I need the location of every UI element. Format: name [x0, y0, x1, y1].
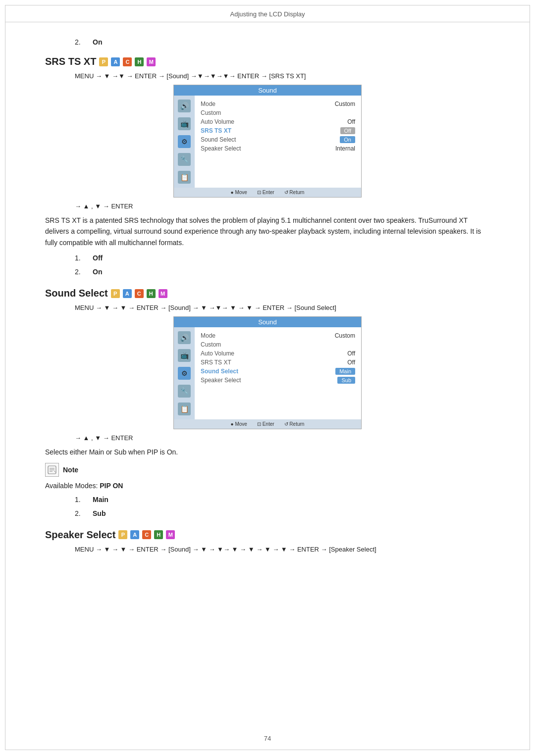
osd1-sidebar: 🔊 📺 ⚙ 🔧 📋 [174, 96, 195, 188]
osd2-icon-1: 🔊 [178, 331, 191, 344]
osd-icon-5: 📋 [178, 171, 191, 184]
osd1-row-mode: ModeCustom [201, 100, 355, 108]
step-2-on-intro: 2. On [75, 38, 490, 46]
page-footer: 74 [5, 735, 530, 742]
osd2-title: Sound [174, 317, 361, 327]
badge-m: M [147, 57, 156, 66]
srs-item-2: 2. On [75, 268, 490, 276]
badge-c: C [123, 57, 132, 66]
osd-screenshot-1: Sound 🔊 📺 ⚙ 🔧 📋 ModeCustom Custom [173, 85, 362, 198]
badge-p: P [99, 57, 108, 66]
badge-a-3: A [130, 530, 139, 539]
srs-ts-xt-menu-path: MENU → ▼ →▼ → ENTER → [Sound] →▼→▼→▼→ EN… [75, 72, 490, 80]
badge-h-2: H [147, 289, 156, 298]
osd2-row-custom: Custom [201, 340, 355, 349]
osd-screenshot-2: Sound 🔊 📺 ⚙ 🔧 📋 ModeCustom Custom [173, 316, 362, 429]
osd2-icon-5: 📋 [178, 403, 191, 415]
osd2-row-srs: SRS TS XTOff [201, 358, 355, 367]
badge-m-3: M [166, 530, 175, 539]
sound-select-heading: Sound Select P A C H M [45, 288, 490, 299]
osd1-title: Sound [174, 85, 361, 96]
osd2-row-auto-volume: Auto VolumeOff [201, 349, 355, 358]
available-modes: Available Modes: PIP ON [45, 482, 490, 490]
sound-select-description: Selects either Main or Sub when PIP is O… [45, 447, 490, 457]
osd2-footer: ● Move ⊡ Enter ↺ Return [174, 419, 361, 429]
note-box: Note [45, 463, 490, 477]
osd-icon-4: 🔧 [178, 153, 191, 166]
osd1-row-srs: SRS TS XT Off [201, 126, 355, 135]
badge-h-3: H [154, 530, 163, 539]
osd-icon-1: 🔊 [178, 100, 191, 112]
sound-select-menu-path: MENU → ▼ → ▼ → ENTER → [Sound] → ▼ →▼→ ▼… [75, 304, 490, 311]
badge-a-2: A [123, 289, 132, 298]
osd1-footer: ● Move ⊡ Enter ↺ Return [174, 188, 361, 197]
badge-m-2: M [159, 289, 167, 298]
badge-p-2: P [111, 289, 120, 298]
osd2-icon-2: 📺 [178, 349, 191, 362]
osd2-icon-4: 🔧 [178, 385, 191, 398]
badge-h: H [135, 57, 144, 66]
badge-p-3: P [118, 530, 127, 539]
badge-c-2: C [135, 289, 144, 298]
osd-icon-2: 📺 [178, 117, 191, 130]
osd1-row-speaker-select: Speaker SelectInternal [201, 144, 355, 153]
srs-ts-xt-arrow-instruction: → ▲ , ▼ → ENTER [75, 202, 490, 210]
osd-icon-3: ⚙ [178, 135, 191, 148]
sound-select-item-2: 2. Sub [75, 509, 490, 517]
osd2-row-mode: ModeCustom [201, 331, 355, 340]
srs-item-1: 1. Off [75, 254, 490, 262]
osd2-row-sound-select: Sound Select Main [201, 367, 355, 376]
badge-c-3: C [142, 530, 151, 539]
srs-ts-xt-heading: SRS TS XT P A C H M [45, 56, 490, 67]
badge-a: A [111, 57, 120, 66]
sound-select-arrow-instruction: → ▲ , ▼ → ENTER [75, 434, 490, 442]
srs-ts-xt-description: SRS TS XT is a patented SRS technology t… [45, 215, 490, 248]
speaker-select-menu-path: MENU → ▼ → ▼ → ENTER → [Sound] → ▼ → ▼→ … [75, 546, 490, 553]
osd1-row-sound-select: Sound Select On [201, 135, 355, 144]
osd2-row-speaker-select: Speaker Select Sub [201, 376, 355, 385]
note-label: Note [63, 466, 78, 474]
osd2-icon-3: ⚙ [178, 367, 191, 380]
osd1-row-auto-volume: Auto VolumeOff [201, 117, 355, 126]
speaker-select-heading: Speaker Select P A C H M [45, 529, 490, 541]
sound-select-item-1: 1. Main [75, 496, 490, 504]
osd1-row-custom: Custom [201, 108, 355, 117]
page-header: Adjusting the LCD Display [5, 5, 530, 22]
osd2-sidebar: 🔊 📺 ⚙ 🔧 📋 [174, 327, 195, 419]
note-icon [45, 463, 59, 477]
